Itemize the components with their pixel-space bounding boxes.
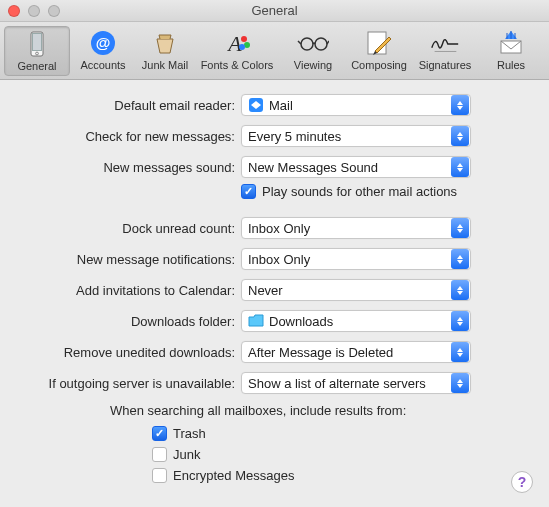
popup-value: Every 5 minutes bbox=[248, 129, 451, 144]
tab-accounts[interactable]: @ Accounts bbox=[70, 26, 136, 76]
label-default-reader: Default email reader: bbox=[0, 98, 241, 113]
svg-text:A: A bbox=[226, 31, 242, 56]
svg-rect-1 bbox=[33, 34, 42, 51]
label-check-messages: Check for new messages: bbox=[0, 129, 241, 144]
composing-icon bbox=[363, 28, 395, 58]
junk-mail-icon bbox=[149, 28, 181, 58]
stepper-arrows-icon bbox=[451, 280, 469, 300]
tab-viewing[interactable]: Viewing bbox=[280, 26, 346, 76]
fonts-colors-icon: A bbox=[221, 28, 253, 58]
popup-value: New Messages Sound bbox=[248, 160, 451, 175]
search-include-heading: When searching all mailboxes, include re… bbox=[110, 403, 535, 418]
checkbox-label: Trash bbox=[173, 426, 206, 441]
tab-composing[interactable]: Composing bbox=[346, 26, 412, 76]
label-outgoing-unavailable: If outgoing server is unavailable: bbox=[0, 376, 241, 391]
stepper-arrows-icon bbox=[451, 373, 469, 393]
label-downloads-folder: Downloads folder: bbox=[0, 314, 241, 329]
preferences-form: Default email reader: Mail Check for new… bbox=[0, 80, 549, 497]
label-add-invites: Add invitations to Calendar: bbox=[0, 283, 241, 298]
window-title: General bbox=[0, 3, 549, 18]
stepper-arrows-icon bbox=[451, 157, 469, 177]
close-window-button[interactable] bbox=[8, 5, 20, 17]
stepper-arrows-icon bbox=[451, 342, 469, 362]
downloads-folder-icon bbox=[248, 313, 264, 329]
tab-label: Fonts & Colors bbox=[201, 59, 274, 71]
viewing-icon bbox=[297, 28, 329, 58]
tab-label: Composing bbox=[351, 59, 407, 71]
popup-value: Never bbox=[248, 283, 451, 298]
popup-check-messages[interactable]: Every 5 minutes bbox=[241, 125, 471, 147]
rules-icon bbox=[495, 28, 527, 58]
stepper-arrows-icon bbox=[451, 311, 469, 331]
checkbox-label: Junk bbox=[173, 447, 200, 462]
window-controls bbox=[0, 5, 60, 17]
svg-point-10 bbox=[315, 38, 327, 50]
popup-downloads-folder[interactable]: Downloads bbox=[241, 310, 471, 332]
tab-signatures[interactable]: Signatures bbox=[412, 26, 478, 76]
help-button[interactable]: ? bbox=[511, 471, 533, 493]
help-icon: ? bbox=[518, 474, 527, 490]
stepper-arrows-icon bbox=[451, 218, 469, 238]
popup-new-msg-notif[interactable]: Inbox Only bbox=[241, 248, 471, 270]
tab-label: General bbox=[17, 60, 56, 72]
svg-point-6 bbox=[241, 36, 247, 42]
tab-junk-mail[interactable]: Junk Mail bbox=[136, 26, 194, 76]
checkbox-search-encrypted[interactable] bbox=[152, 468, 167, 483]
popup-value: Mail bbox=[269, 98, 451, 113]
checkbox-label: Play sounds for other mail actions bbox=[262, 184, 457, 199]
accounts-icon: @ bbox=[87, 28, 119, 58]
tab-label: Viewing bbox=[294, 59, 332, 71]
popup-default-reader[interactable]: Mail bbox=[241, 94, 471, 116]
tab-label: Signatures bbox=[419, 59, 472, 71]
tab-fonts-colors[interactable]: A Fonts & Colors bbox=[194, 26, 280, 76]
zoom-window-button[interactable] bbox=[48, 5, 60, 17]
toolbar: General @ Accounts Junk Mail A Fonts & C… bbox=[0, 22, 549, 80]
stepper-arrows-icon bbox=[451, 95, 469, 115]
stepper-arrows-icon bbox=[451, 249, 469, 269]
checkbox-label: Encrypted Messages bbox=[173, 468, 294, 483]
label-new-msg-notif: New message notifications: bbox=[0, 252, 241, 267]
popup-add-invites[interactable]: Never bbox=[241, 279, 471, 301]
checkbox-search-junk[interactable] bbox=[152, 447, 167, 462]
checkbox-play-sounds[interactable] bbox=[241, 184, 256, 199]
label-remove-downloads: Remove unedited downloads: bbox=[0, 345, 241, 360]
popup-value: Downloads bbox=[269, 314, 451, 329]
titlebar: General bbox=[0, 0, 549, 22]
popup-value: Inbox Only bbox=[248, 221, 451, 236]
general-icon bbox=[21, 29, 53, 59]
tab-rules[interactable]: Rules bbox=[478, 26, 544, 76]
popup-dock-unread[interactable]: Inbox Only bbox=[241, 217, 471, 239]
popup-value: Show a list of alternate servers bbox=[248, 376, 451, 391]
stepper-arrows-icon bbox=[451, 126, 469, 146]
svg-point-8 bbox=[239, 44, 245, 50]
popup-new-msg-sound[interactable]: New Messages Sound bbox=[241, 156, 471, 178]
minimize-window-button[interactable] bbox=[28, 5, 40, 17]
popup-outgoing-unavailable[interactable]: Show a list of alternate servers bbox=[241, 372, 471, 394]
popup-value: Inbox Only bbox=[248, 252, 451, 267]
popup-remove-downloads[interactable]: After Message is Deleted bbox=[241, 341, 471, 363]
label-dock-unread: Dock unread count: bbox=[0, 221, 241, 236]
svg-point-9 bbox=[301, 38, 313, 50]
tab-general[interactable]: General bbox=[4, 26, 70, 76]
tab-label: Junk Mail bbox=[142, 59, 188, 71]
tab-label: Rules bbox=[497, 59, 525, 71]
checkbox-search-trash[interactable] bbox=[152, 426, 167, 441]
label-new-msg-sound: New messages sound: bbox=[0, 160, 241, 175]
svg-text:@: @ bbox=[96, 34, 111, 51]
signatures-icon bbox=[429, 28, 461, 58]
popup-value: After Message is Deleted bbox=[248, 345, 451, 360]
tab-label: Accounts bbox=[80, 59, 125, 71]
mail-app-icon bbox=[248, 97, 264, 113]
